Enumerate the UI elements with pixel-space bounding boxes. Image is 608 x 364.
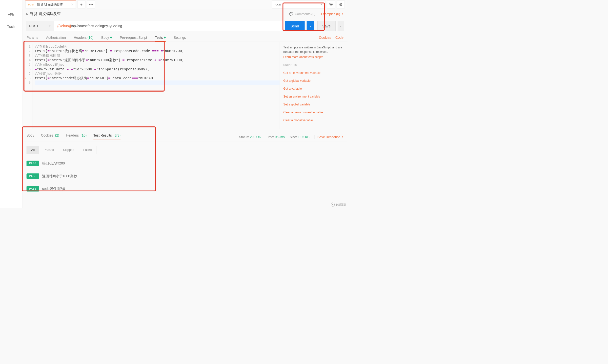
chevron-down-icon: ▼	[342, 136, 344, 138]
snippets-panel: Test scripts are written in JavaScript, …	[280, 42, 347, 129]
learn-more-link[interactable]: Learn more about tests scripts	[283, 56, 344, 59]
code-link[interactable]: Code	[335, 36, 344, 40]
environment-quicklook-button[interactable]: 👁	[327, 0, 335, 8]
tab-prerequest[interactable]: Pre-request Script	[120, 33, 147, 42]
filter-skipped[interactable]: Skipped	[59, 146, 79, 154]
url-input[interactable]: {{kehuo}} /api/course/getCodingByJyCodin…	[54, 21, 283, 31]
tab-bar: POST 课货-讲义编码反查 × ＋ ••• local ▼ 👁 ⚙	[22, 0, 347, 9]
response-tabs: Body Cookies (2) Headers (10) Test Resul…	[22, 129, 347, 142]
url-bar: POST ▼ {{kehuo}} /api/course/getCodingBy…	[26, 21, 344, 31]
test-result-row: PASS返回时间小于1000毫秒	[26, 170, 343, 182]
filter-all[interactable]: All	[27, 146, 39, 154]
sidebar-item-trash[interactable]: Trash	[0, 20, 22, 33]
environment-value: local	[275, 2, 282, 6]
snippets-description: Test scripts are written in JavaScript, …	[283, 45, 344, 54]
tab-headers[interactable]: Headers (10)	[74, 33, 94, 42]
chevron-down-icon: ▼	[49, 25, 51, 27]
chevron-down-icon: ▼	[309, 25, 311, 27]
snippet-item[interactable]: Get an environment variable	[283, 71, 344, 75]
response-status: Status: 200 OK	[239, 135, 261, 139]
new-tab-button[interactable]: ＋	[78, 0, 85, 8]
tests-editor[interactable]: 1234567⚠89 //查看httpCode码tests[="str">"接口…	[22, 42, 280, 129]
tab-title: 课货-讲义编码反查	[37, 2, 63, 7]
sidebar-item-apis[interactable]: APIs	[0, 8, 22, 20]
dot-indicator-icon	[164, 37, 166, 38]
send-button[interactable]: Send	[285, 21, 304, 31]
chevron-down-icon: ▼	[342, 13, 344, 15]
test-name: code码必须为0	[42, 186, 65, 191]
left-sidebar: APIs Trash	[0, 0, 22, 208]
dot-indicator-icon	[110, 37, 112, 38]
environment-select[interactable]: local ▼	[272, 0, 325, 8]
request-tab[interactable]: POST 课货-讲义编码反查 ×	[25, 0, 76, 8]
status-badge: PASS	[26, 186, 39, 192]
chevron-down-icon: ▼	[340, 25, 342, 27]
snippet-item[interactable]: Clear a global variable	[283, 119, 344, 122]
snippet-item[interactable]: Clear an environment variable	[283, 111, 344, 114]
test-result-row: PASS接口状态码200	[26, 157, 343, 170]
method-select[interactable]: POST ▼	[26, 21, 54, 31]
filter-passed[interactable]: Passed	[39, 146, 59, 154]
chevron-down-icon: ▼	[320, 3, 322, 6]
snippet-item[interactable]: Get a variable	[283, 87, 344, 90]
resp-tab-body[interactable]: Body	[26, 134, 34, 140]
tab-body[interactable]: Body	[101, 33, 112, 42]
collapse-icon[interactable]: ▶	[26, 12, 28, 16]
tab-params[interactable]: Params	[26, 33, 38, 42]
tab-tests[interactable]: Tests	[155, 33, 166, 42]
save-button[interactable]: Save	[317, 21, 336, 31]
snippet-item[interactable]: Set an environment variable	[283, 95, 344, 98]
test-result-row: PASScode码必须为0	[26, 182, 343, 195]
snippet-item[interactable]: Get a global variable	[283, 79, 344, 82]
send-dropdown-button[interactable]: ▼	[307, 21, 314, 31]
result-filter-row: All Passed Skipped Failed	[22, 142, 347, 156]
request-title: 课货-讲义编码反查	[30, 11, 61, 16]
result-filter-chips: All Passed Skipped Failed	[26, 146, 96, 154]
test-name: 返回时间小于1000毫秒	[42, 174, 77, 178]
save-response-dropdown[interactable]: Save Response ▼	[315, 135, 344, 139]
response-time: Time: 952ms	[266, 135, 284, 139]
test-results-list: PASS接口状态码200PASS返回时间小于1000毫秒PASScode码必须为…	[22, 156, 347, 197]
resp-tab-headers[interactable]: Headers (10)	[66, 134, 86, 140]
tab-method: POST	[28, 3, 35, 6]
request-title-bar: ▶ 课货-讲义编码反查 💬 Comments (0) Examples (0) …	[22, 9, 347, 19]
url-path: /api/course/getCodingByJyCoding	[71, 24, 122, 28]
close-icon[interactable]: ×	[71, 3, 73, 7]
snippet-item[interactable]: Set a global variable	[283, 103, 344, 106]
comments-link[interactable]: 💬 Comments (0)	[289, 12, 315, 16]
status-badge: PASS	[26, 161, 39, 166]
request-subtabs: Params Authorization Headers (10) Body P…	[22, 33, 347, 42]
tab-authorization[interactable]: Authorization	[46, 33, 66, 42]
status-badge: PASS	[26, 173, 39, 179]
watermark: K 创新互联	[331, 203, 346, 207]
watermark-logo-icon: K	[331, 203, 335, 207]
snippets-header: SNIPPETS	[283, 64, 344, 67]
resp-tab-testresults[interactable]: Test Results (3/3)	[93, 134, 121, 140]
response-size: Size: 1.05 KB	[290, 135, 309, 139]
resp-tab-cookies[interactable]: Cookies (2)	[41, 134, 59, 140]
tab-settings[interactable]: Settings	[174, 33, 186, 42]
tab-menu-button[interactable]: •••	[87, 0, 95, 8]
test-name: 接口状态码200	[42, 161, 65, 166]
cookies-link[interactable]: Cookies	[319, 36, 331, 40]
save-dropdown-button[interactable]: ▼	[338, 21, 344, 31]
settings-gear-button[interactable]: ⚙	[337, 0, 345, 8]
examples-dropdown[interactable]: Examples (0) ▼	[321, 12, 344, 16]
filter-failed[interactable]: Failed	[79, 146, 96, 154]
comment-icon: 💬	[289, 12, 293, 16]
url-variable: {{kehuo}}	[57, 24, 71, 28]
